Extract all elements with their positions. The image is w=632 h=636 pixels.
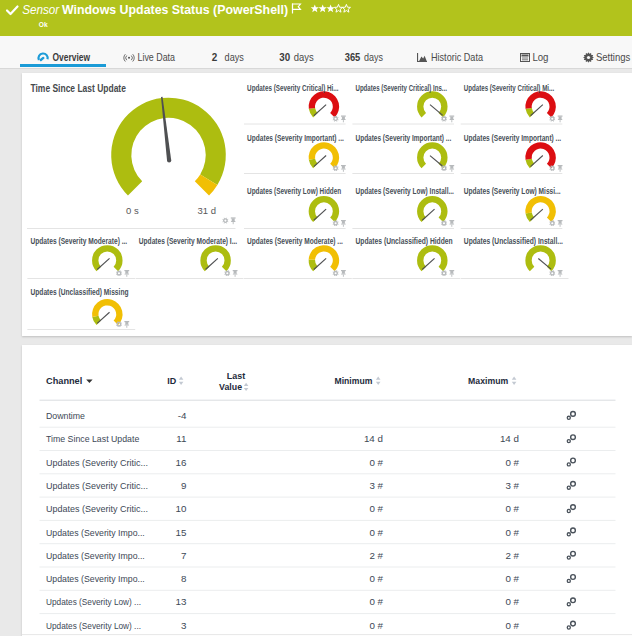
svg-text:Overview: Overview — [53, 52, 91, 63]
svg-text:Updates (Severity Low) ...: Updates (Severity Low) ... — [46, 596, 141, 607]
svg-text:Updates (Severity Critical) In: Updates (Severity Critical) Ins... — [356, 84, 447, 93]
svg-text:ID: ID — [167, 375, 176, 386]
svg-text:16: 16 — [176, 457, 187, 468]
svg-text:14 d: 14 d — [364, 433, 383, 444]
svg-text:Updates (Severity Impo...: Updates (Severity Impo... — [46, 573, 145, 584]
svg-text:Value: Value — [219, 381, 242, 392]
svg-text:2 #: 2 # — [369, 550, 383, 561]
svg-text:15: 15 — [176, 527, 187, 538]
svg-text:days: days — [364, 52, 383, 63]
svg-text:Updates (Severity Important) .: Updates (Severity Important) ... — [247, 134, 344, 143]
svg-text:Windows Updates Status (PowerS: Windows Updates Status (PowerShell) — [62, 2, 288, 17]
svg-text:Maximum: Maximum — [468, 375, 508, 386]
svg-text:Updates (Severity Important) .: Updates (Severity Important) ... — [356, 134, 452, 143]
svg-text:3: 3 — [181, 620, 187, 631]
svg-text:Updates (Severity Critical) Mi: Updates (Severity Critical) Mi... — [464, 84, 554, 93]
svg-text:Updates (Severity Critic...: Updates (Severity Critic... — [46, 480, 148, 491]
svg-text:Settings: Settings — [596, 52, 630, 63]
svg-text:Updates (Severity Critic...: Updates (Severity Critic... — [46, 457, 148, 468]
svg-text:Updates (Severity Important) .: Updates (Severity Important) ... — [464, 134, 561, 143]
svg-text:days: days — [225, 52, 244, 63]
svg-text:2 #: 2 # — [505, 550, 519, 561]
svg-text:0 #: 0 # — [369, 596, 383, 607]
svg-text:days: days — [294, 52, 314, 63]
svg-text:Time Since Last Update: Time Since Last Update — [46, 433, 140, 444]
svg-text:Updates (Unclassified) Missing: Updates (Unclassified) Missing — [31, 288, 129, 297]
svg-text:8: 8 — [181, 573, 187, 584]
svg-text:0 #: 0 # — [505, 596, 519, 607]
svg-text:3 #: 3 # — [505, 480, 519, 491]
svg-text:11: 11 — [176, 433, 186, 444]
svg-text:Updates (Unclassified) Hidden: Updates (Unclassified) Hidden — [356, 237, 453, 246]
svg-text:Historic Data: Historic Data — [431, 52, 483, 63]
svg-text:365: 365 — [345, 52, 361, 63]
svg-text:0 #: 0 # — [505, 620, 519, 631]
svg-text:Updates (Severity Low) Missi..: Updates (Severity Low) Missi... — [464, 187, 561, 196]
svg-text:31 d: 31 d — [198, 205, 217, 216]
svg-text:13: 13 — [176, 596, 187, 607]
svg-text:Updates (Severity Low) Install: Updates (Severity Low) Install... — [356, 187, 454, 196]
svg-text:0 #: 0 # — [369, 457, 383, 468]
svg-text:7: 7 — [181, 550, 186, 561]
svg-text:-4: -4 — [178, 410, 187, 421]
svg-text:0 s: 0 s — [126, 205, 139, 216]
svg-text:9: 9 — [181, 480, 186, 491]
svg-text:Updates (Severity Moderate) ..: Updates (Severity Moderate) ... — [247, 237, 343, 246]
svg-text:30: 30 — [279, 52, 290, 63]
svg-text:Updates (Severity Impo...: Updates (Severity Impo... — [46, 550, 145, 561]
svg-text:10: 10 — [176, 503, 187, 514]
svg-text:3 #: 3 # — [369, 480, 383, 491]
svg-text:0 #: 0 # — [369, 620, 383, 631]
svg-text:0 #: 0 # — [505, 503, 519, 514]
svg-text:0 #: 0 # — [505, 457, 519, 468]
svg-text:Updates (Severity Critic...: Updates (Severity Critic... — [46, 503, 148, 514]
svg-text:Live Data: Live Data — [138, 52, 176, 63]
svg-text:0 #: 0 # — [505, 573, 519, 584]
svg-text:Updates (Severity Low) Hidden: Updates (Severity Low) Hidden — [247, 187, 341, 196]
svg-text:Updates (Severity Moderate) ..: Updates (Severity Moderate) ... — [31, 237, 128, 246]
svg-text:0 #: 0 # — [505, 527, 519, 538]
svg-text:Sensor: Sensor — [22, 3, 60, 17]
svg-text:Updates (Severity Moderate) I.: Updates (Severity Moderate) I... — [139, 237, 237, 246]
svg-text:14 d: 14 d — [500, 433, 519, 444]
svg-text:0 #: 0 # — [369, 503, 383, 514]
svg-text:Downtime: Downtime — [46, 410, 85, 421]
svg-text:0 #: 0 # — [369, 573, 383, 584]
svg-text:Minimum: Minimum — [335, 375, 373, 386]
svg-text:0 #: 0 # — [369, 527, 383, 538]
svg-text:Channel: Channel — [46, 375, 83, 386]
svg-text:2: 2 — [212, 52, 218, 63]
svg-text:Log: Log — [532, 52, 548, 63]
svg-text:Updates (Unclassified) Install: Updates (Unclassified) Install... — [464, 237, 563, 246]
svg-text:Updates (Severity Impo...: Updates (Severity Impo... — [46, 527, 145, 538]
svg-text:Updates (Severity Low) ...: Updates (Severity Low) ... — [46, 620, 141, 631]
svg-text:Ok: Ok — [39, 20, 48, 29]
svg-text:Last: Last — [227, 370, 246, 381]
svg-text:Time Since Last Update: Time Since Last Update — [31, 82, 126, 94]
svg-text:Updates (Severity Critical) Hi: Updates (Severity Critical) Hi... — [247, 84, 339, 93]
